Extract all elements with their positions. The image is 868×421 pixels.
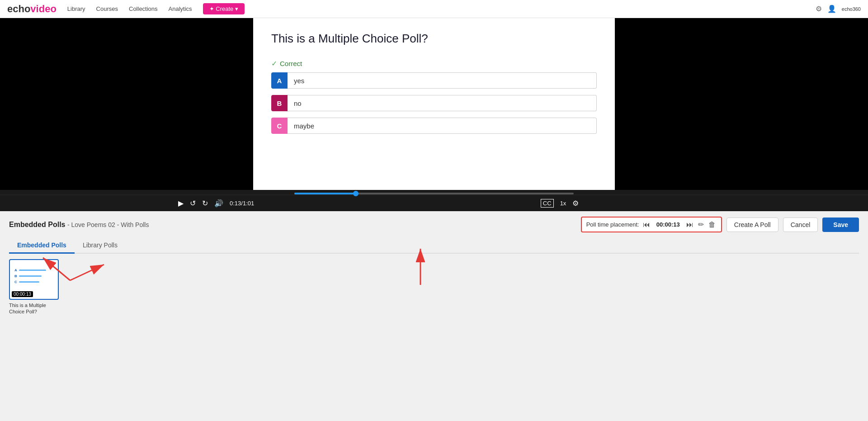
option-badge-c: C [271, 118, 288, 134]
speed-button[interactable]: 1x [560, 200, 566, 207]
bottom-header: Embedded Polls - Love Poems 02 - With Po… [9, 217, 859, 232]
create-a-poll-button[interactable]: Create A Poll [726, 218, 778, 232]
embedded-polls-title: Embedded Polls [9, 221, 65, 228]
tab-library-polls[interactable]: Library Polls [75, 238, 126, 254]
nav-library[interactable]: Library [67, 5, 85, 12]
black-left [0, 18, 253, 190]
logo: echovideo [7, 3, 57, 15]
correct-check-icon: ✓ [271, 59, 277, 68]
fast-forward-icon[interactable]: ↻ [202, 199, 208, 208]
settings-icon[interactable]: ⚙ [816, 5, 822, 13]
correct-text: Correct [280, 60, 302, 67]
ptp-time: 00:00:13 [654, 221, 683, 228]
ptp-edit-icon[interactable]: ✏ [697, 219, 705, 230]
tabs: Embedded Polls Library Polls [9, 238, 859, 254]
bottom-section: Embedded Polls - Love Poems 02 - With Po… [0, 211, 868, 321]
thumb-timestamp: 00:00:13 [12, 291, 33, 297]
cc-button[interactable]: CC [541, 199, 554, 208]
poll-thumb-card[interactable]: A B C 00:00:13 [9, 259, 59, 300]
settings-video-icon[interactable]: ⚙ [572, 199, 579, 208]
poll-display-area: This is a Multiple Choice Poll? ✓ Correc… [253, 18, 615, 190]
nav-right: ⚙ 👤 echo360 [816, 5, 861, 13]
ptp-forward-icon[interactable]: ⏭ [685, 220, 694, 230]
nav-analytics[interactable]: Analytics [169, 5, 192, 12]
ptp-back-icon[interactable]: ⏮ [642, 220, 651, 230]
option-badge-b: B [271, 95, 288, 111]
volume-icon[interactable]: 🔊 [214, 199, 223, 208]
thumb-line-a: A [14, 268, 53, 272]
video-wrapper: This is a Multiple Choice Poll? ✓ Correc… [0, 18, 868, 211]
option-text-b: no [288, 95, 597, 111]
correct-label: ✓ Correct [271, 59, 597, 68]
tab-embedded-polls[interactable]: Embedded Polls [9, 238, 75, 254]
thumb-line-b: B [14, 274, 53, 278]
option-row-a: A yes [271, 72, 597, 89]
poll-time-placement: Poll time placement: ⏮ 00:00:13 ⏭ ✏ 🗑 [581, 217, 722, 232]
bottom-right-controls: Poll time placement: ⏮ 00:00:13 ⏭ ✏ 🗑 Cr… [581, 217, 859, 232]
progress-thumb [353, 191, 359, 196]
logo-echo: echo [7, 3, 30, 15]
ptp-delete-icon[interactable]: 🗑 [708, 220, 717, 230]
ptp-label: Poll time placement: [586, 221, 639, 228]
thumb-lines: A B C [14, 268, 53, 284]
option-row-b: B no [271, 95, 597, 111]
option-text-a: yes [288, 72, 597, 89]
create-button[interactable]: ✦ Create ▾ [203, 3, 245, 14]
progress-bar[interactable] [294, 193, 573, 194]
polls-grid: A B C 00:00:13 This is a Multiple Choice… [9, 259, 859, 321]
app-label: echo360 [842, 6, 861, 12]
video-controls: ▶ ↺ ↻ 🔊 0:13/1:01 CC 1x ⚙ [0, 194, 868, 211]
logo-video: video [30, 3, 56, 15]
rewind-icon[interactable]: ↺ [190, 199, 196, 208]
nav-courses[interactable]: Courses [96, 5, 118, 12]
progress-fill [294, 193, 356, 194]
cancel-button[interactable]: Cancel [783, 218, 818, 232]
save-button[interactable]: Save [822, 218, 859, 232]
bottom-title-area: Embedded Polls - Love Poems 02 - With Po… [9, 221, 149, 229]
poll-thumb-title: This is a Multiple Choice Poll? [9, 302, 59, 315]
top-nav: echovideo Library Courses Collections An… [0, 0, 868, 18]
poll-display: This is a Multiple Choice Poll? ✓ Correc… [253, 18, 615, 190]
nav-collections[interactable]: Collections [129, 5, 158, 12]
poll-thumbnail-item[interactable]: A B C 00:00:13 This is a Multiple Choice… [9, 259, 59, 315]
option-badge-a: A [271, 72, 288, 89]
user-icon[interactable]: 👤 [827, 5, 836, 13]
option-text-c: maybe [288, 118, 597, 134]
black-right [615, 18, 868, 190]
play-icon[interactable]: ▶ [178, 199, 184, 208]
poll-title: This is a Multiple Choice Poll? [271, 32, 597, 46]
video-subtitle: - Love Poems 02 - With Polls [67, 221, 149, 228]
time-display: 0:13/1:01 [230, 200, 254, 207]
option-row-c: C maybe [271, 118, 597, 134]
thumb-line-c: C [14, 280, 53, 284]
action-buttons: Create A Poll Cancel Save [726, 218, 859, 232]
